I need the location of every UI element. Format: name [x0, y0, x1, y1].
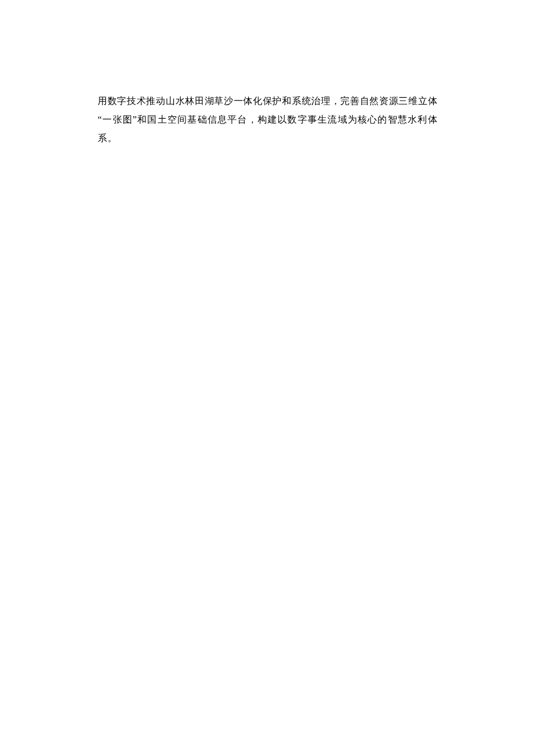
document-page: 用数字技术推动山水林田湖草沙一体化保护和系统治理，完善自然资源三维立体“一张图”… [98, 92, 437, 148]
body-paragraph: 用数字技术推动山水林田湖草沙一体化保护和系统治理，完善自然资源三维立体“一张图”… [98, 92, 437, 148]
